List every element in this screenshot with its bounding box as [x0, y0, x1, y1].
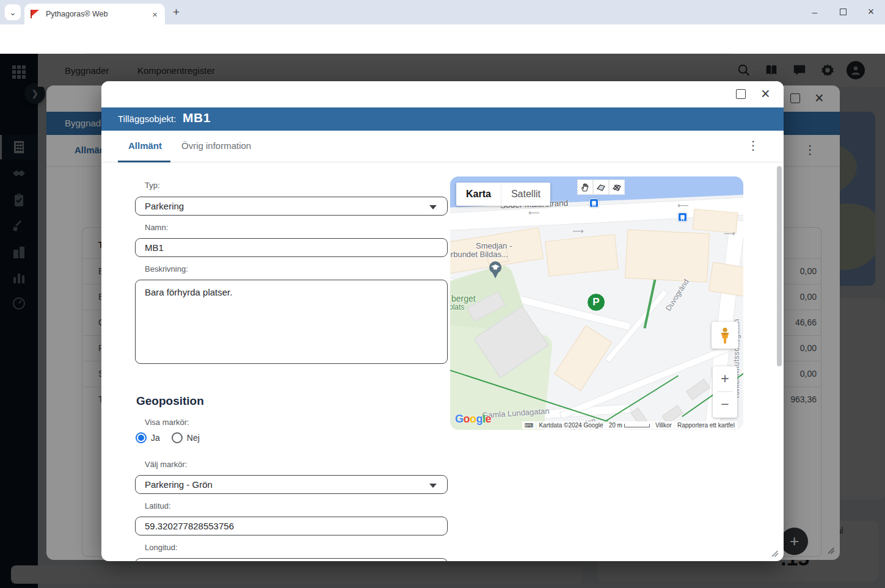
map-copyright: Kartdata ©2024 Google	[536, 421, 605, 429]
radio-nej[interactable]	[172, 432, 183, 443]
map-building	[625, 230, 710, 283]
google-map[interactable]: ⟵ ⟶ ⟵ ⟶ P Smedjan - förbundet Bildas... …	[450, 176, 743, 430]
valj-markor-value: Parkering - Grön	[145, 479, 213, 490]
map-poi-label[interactable]: förbundet Bildas...	[450, 250, 508, 259]
map-zoom-control: + −	[713, 366, 737, 418]
visa-markor-radio-group: Ja Nej	[136, 432, 207, 443]
logo-letter: g	[476, 413, 483, 425]
caret-down-icon	[429, 484, 437, 488]
parking-marker[interactable]: P	[587, 293, 605, 311]
draw-polygon-tool[interactable]	[593, 180, 609, 195]
new-tab-button[interactable]: +	[173, 5, 180, 19]
radio-ja-label[interactable]: Ja	[151, 433, 160, 443]
map-attribution: ⌨ Kartdata ©2024 Google 20 m Villkor Rap…	[522, 420, 743, 430]
logo-letter: o	[464, 413, 470, 425]
map-park-label: plats	[450, 303, 464, 311]
window-close-button[interactable]: ×	[857, 0, 885, 23]
map-scale: 20 m	[606, 421, 652, 429]
latitud-label: Latitud:	[145, 501, 171, 510]
zoom-out-button[interactable]: −	[713, 392, 737, 417]
map-draw-tools	[577, 180, 625, 195]
tab-search-button[interactable]: ⌄	[5, 4, 21, 20]
dialog-title-value: MB1	[183, 111, 211, 125]
road-arrow-icon: ⟶	[572, 227, 584, 236]
beskrivning-textarea[interactable]: Bara förhyrda platser.	[135, 280, 448, 364]
scale-bar	[624, 424, 650, 427]
logo-letter: e	[486, 413, 492, 425]
chevron-down-icon: ⌄	[10, 8, 16, 17]
screen: ⌄ Pythagoras® Web × + – × ← → ↻ pim.pyth…	[0, 0, 885, 588]
typ-value: Parkering	[145, 201, 184, 211]
pan-hand-tool[interactable]	[577, 180, 593, 195]
dialog-resize-handle[interactable]	[770, 548, 779, 557]
logo-letter: G	[455, 413, 464, 425]
map-building	[708, 262, 743, 299]
dialog-tabs: Allmänt Övrig information ⋮	[101, 131, 784, 162]
namn-input[interactable]: MB1	[135, 238, 448, 257]
bus-stop-icon[interactable]	[678, 212, 687, 222]
valj-markor-select[interactable]: Parkering - Grön	[135, 475, 448, 494]
longitud-input[interactable]	[135, 558, 448, 561]
map-type-karta-button[interactable]: Karta	[456, 183, 501, 206]
browser-toolbar: ← → ↻ pim.pythagoras.se/py_datamanager_i…	[0, 24, 885, 54]
active-tab-underline	[118, 161, 170, 162]
dialog-maximize-icon[interactable]	[736, 89, 746, 99]
tab-allmant[interactable]: Allmänt	[128, 140, 162, 151]
map-building	[545, 234, 618, 277]
google-logo[interactable]: Google	[455, 413, 491, 426]
bus-stop-icon[interactable]	[589, 198, 599, 208]
pegman-control[interactable]	[712, 322, 738, 349]
road-arrow-icon: ⟵	[528, 208, 540, 217]
namn-label: Namn:	[145, 223, 168, 232]
map-street-label: Duvogränd	[664, 278, 691, 313]
tab-ovrig-information[interactable]: Övrig information	[181, 140, 251, 151]
browser-tab-strip: ⌄ Pythagoras® Web × + – ×	[0, 0, 885, 24]
latitud-value: 59.320277828553756	[145, 521, 234, 531]
road-arrow-icon: ⟵	[677, 201, 689, 210]
dialog-header: Tilläggsobjekt: MB1	[101, 107, 784, 131]
window-maximize-button[interactable]	[829, 0, 857, 23]
beskrivning-label: Beskrivning:	[145, 264, 188, 274]
geoposition-heading: Geoposition	[136, 394, 204, 408]
window-controls: – ×	[801, 0, 885, 23]
zoom-in-button[interactable]: +	[713, 366, 737, 391]
pythagoras-favicon	[31, 10, 40, 18]
beskrivning-value: Bara förhyrda platser.	[145, 287, 232, 297]
dialog-tillaggsobjekt: × Tilläggsobjekt: MB1 Allmänt Övrig info…	[101, 81, 784, 561]
radio-ja[interactable]	[136, 432, 147, 443]
longitud-label: Longitud:	[145, 543, 178, 552]
tab-title: Pythagoras® Web	[46, 10, 151, 18]
map-type-satellit-button[interactable]: Satellit	[501, 183, 550, 206]
report-map-error-link[interactable]: Rapportera ett kartfel	[675, 421, 737, 429]
caret-down-icon	[429, 205, 437, 209]
map-type-control: Karta Satellit	[456, 183, 550, 206]
logo-letter: o	[470, 413, 476, 425]
dialog-close-icon[interactable]: ×	[761, 85, 770, 102]
dialog-topbar: ×	[101, 81, 784, 107]
delete-polygon-tool[interactable]	[609, 180, 625, 195]
latitud-input[interactable]: 59.320277828553756	[135, 517, 448, 535]
terms-link[interactable]: Villkor	[653, 421, 674, 429]
kebab-menu-icon[interactable]: ⋮	[747, 138, 759, 153]
map-building-gray	[686, 379, 710, 400]
namn-value: MB1	[145, 242, 164, 253]
window-minimize-button[interactable]: –	[801, 0, 829, 23]
keyboard-shortcuts-icon[interactable]: ⌨	[522, 421, 536, 429]
map-park-label: berget	[451, 294, 476, 303]
map-poi-label[interactable]: Smedjan -	[476, 241, 512, 250]
browser-tab[interactable]: Pythagoras® Web ×	[24, 4, 165, 24]
tab-close-icon[interactable]: ×	[151, 9, 159, 20]
maximize-icon	[840, 9, 847, 15]
typ-label: Typ:	[145, 181, 160, 190]
app-viewport: ❯ Byggnader Komponentregister	[0, 54, 885, 588]
radio-nej-label[interactable]: Nej	[187, 433, 200, 443]
typ-select[interactable]: Parkering	[135, 197, 448, 216]
visa-markor-label: Visa markör:	[145, 418, 189, 427]
scale-text: 20 m	[609, 422, 622, 429]
dialog-title-label: Tilläggsobjekt:	[118, 114, 176, 124]
valj-markor-label: Välj markör:	[145, 460, 187, 469]
dialog-scrollbar-thumb[interactable]	[777, 166, 782, 366]
poi-pin-education-icon[interactable]	[488, 261, 503, 279]
road-arrow-icon: ⟶	[724, 229, 735, 238]
map-building	[554, 325, 612, 391]
